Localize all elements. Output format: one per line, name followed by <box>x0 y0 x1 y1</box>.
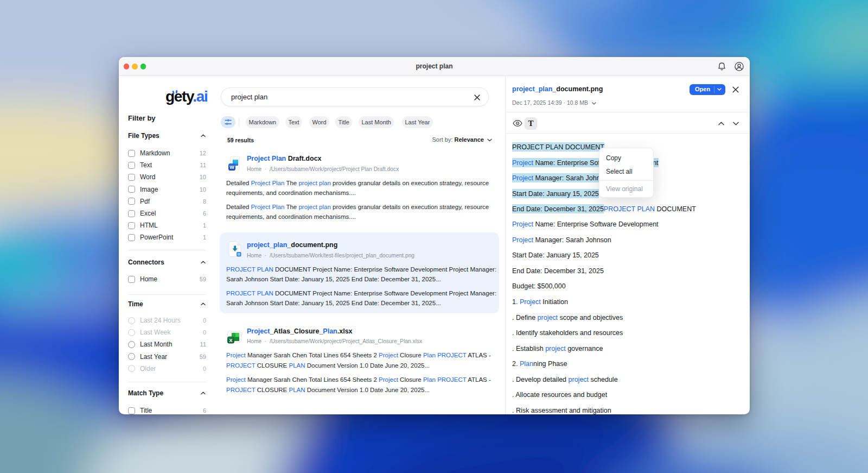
svg-text:W: W <box>229 165 234 170</box>
svg-text:X: X <box>229 337 233 343</box>
